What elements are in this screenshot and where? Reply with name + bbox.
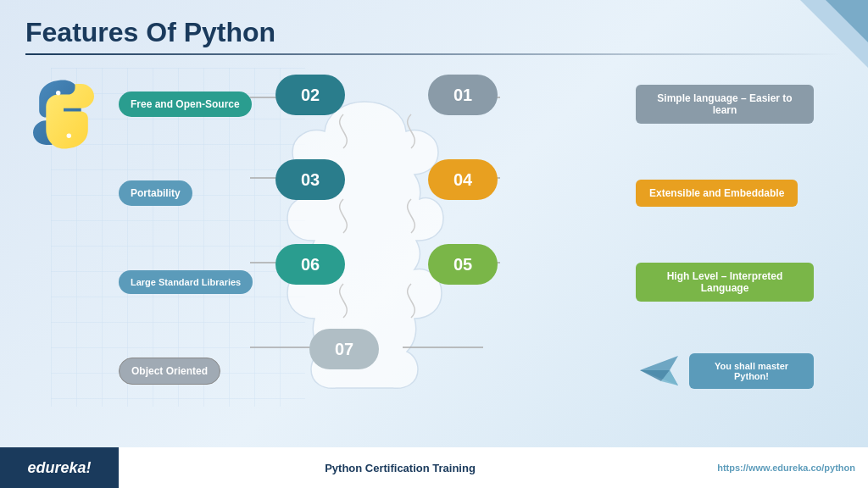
footer-title: Python Certification Training bbox=[119, 447, 682, 488]
number-03: 03 bbox=[275, 159, 345, 200]
number-06: 06 bbox=[275, 244, 345, 285]
main-container: Features Of Python bbox=[0, 0, 868, 432]
left-labels-column: Free and Open-Source Portability Large S… bbox=[119, 68, 250, 407]
footer-link: https://www.edureka.co/python bbox=[682, 447, 868, 488]
label-free-open-source: Free and Open-Source bbox=[119, 92, 252, 117]
footer: edureka! Python Certification Training h… bbox=[0, 447, 868, 488]
label-extensible: Extensible and Embeddable bbox=[636, 180, 798, 207]
number-02: 02 bbox=[275, 75, 345, 115]
brand-logo: edureka! bbox=[0, 447, 119, 488]
number-04: 04 bbox=[428, 159, 498, 200]
number-07: 07 bbox=[309, 329, 379, 369]
center-numbers-column: 02 03 06 07 bbox=[267, 68, 437, 407]
paper-plane-icon bbox=[636, 352, 682, 390]
label-high-level: High Level – Interpreted Language bbox=[636, 263, 814, 302]
label-portability: Portability bbox=[119, 180, 192, 206]
number-01: 01 bbox=[428, 75, 498, 115]
diagram-area: Free and Open-Source Portability Large S… bbox=[119, 68, 814, 432]
svg-point-0 bbox=[56, 91, 60, 95]
label-master-python: You shall master Python! bbox=[689, 353, 814, 389]
svg-point-1 bbox=[67, 134, 71, 138]
python-logo bbox=[25, 76, 102, 152]
title-underline bbox=[25, 53, 843, 55]
right-labels-column: Simple language – Easier to learn Extens… bbox=[636, 68, 814, 407]
label-object-oriented: Object Oriented bbox=[119, 358, 220, 385]
label-large-libraries: Large Standard Libraries bbox=[119, 270, 253, 294]
label-simple-language: Simple language – Easier to learn bbox=[636, 85, 814, 124]
number-05: 05 bbox=[428, 244, 498, 285]
page-title: Features Of Python bbox=[25, 17, 843, 48]
